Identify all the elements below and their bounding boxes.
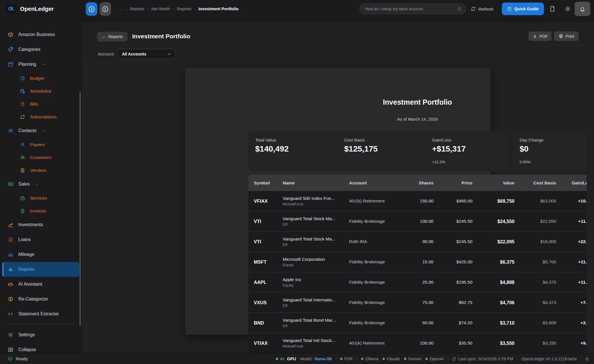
breadcrumb-item[interactable]: Net Worth xyxy=(151,7,170,11)
cell-cost-basis: $3,608 xyxy=(518,313,556,333)
stat-value: $125,175 xyxy=(344,144,378,154)
holding-name: Vanguard Total Intl Stock... xyxy=(283,338,350,343)
table-row: VXUSVanguard Total Internatio...EtfFidel… xyxy=(248,292,587,313)
breadcrumb-item[interactable]: Investment Portfolio xyxy=(198,7,238,11)
cell-name: Vanguard Total Intl Stock...MutualFund xyxy=(283,338,350,348)
cell-symbol: VTIAX xyxy=(254,333,281,353)
stat-label: Gain/Loss xyxy=(432,138,452,142)
sidebar-scrollbar[interactable] xyxy=(80,92,81,326)
ready-status: Ready xyxy=(8,353,28,364)
sidebar-item-label: Loans xyxy=(18,237,31,242)
cell-cost-basis: $22,050 xyxy=(518,211,556,231)
print-button[interactable]: Print xyxy=(554,31,579,41)
circle-arrow-right-icon xyxy=(102,5,109,13)
cell-cost-basis: $3,250 xyxy=(518,333,556,353)
sidebar-item-label: Customers xyxy=(30,155,52,160)
sidebar-item-label: Sales xyxy=(18,182,30,187)
sidebar-item-investments[interactable]: Investments xyxy=(0,217,82,232)
cell-value: $24,550 xyxy=(476,211,514,231)
history-back-button[interactable] xyxy=(86,2,97,16)
table-header: SymbolNameAccountSharesPriceValueCost Ba… xyxy=(248,175,587,191)
cell-shares: 90.00 xyxy=(393,232,433,252)
check-circle-icon xyxy=(8,356,13,361)
sidebar-item-invoices[interactable]: Invoices xyxy=(0,204,82,217)
global-search xyxy=(359,3,466,14)
loan-doc-icon xyxy=(8,237,13,242)
calendar-clock-icon xyxy=(20,89,25,94)
pdf-status: PDF xyxy=(340,357,353,361)
refresh-button[interactable]: Refresh xyxy=(471,0,494,18)
back-to-reports-button[interactable]: ← Reports xyxy=(97,32,128,41)
sidebar-item-settings[interactable]: Settings xyxy=(0,327,82,342)
user-icon xyxy=(20,142,25,147)
search-input[interactable] xyxy=(360,7,457,11)
day-change-card: Day Change $0 0.00% xyxy=(513,131,587,172)
sidebar-item-label: Planning xyxy=(18,62,36,67)
cell-symbol: VTI xyxy=(254,211,281,231)
sidebar-item-budget[interactable]: Budget xyxy=(0,72,82,85)
sidebar-item-sales[interactable]: Sales xyxy=(0,177,82,192)
sidebar-item-amazon-business[interactable]: Amazon Business xyxy=(0,27,82,42)
sidebar-item-label: Bills xyxy=(30,102,38,107)
sidebar-item-bills[interactable]: Bills xyxy=(0,98,82,110)
sidebar-item-payees[interactable]: Payees xyxy=(0,138,82,151)
sidebar-item-services[interactable]: Services xyxy=(0,192,82,204)
ready-label: Ready xyxy=(16,357,28,361)
breadcrumb-item[interactable]: … xyxy=(119,7,123,11)
pie-chart-icon xyxy=(20,76,25,81)
notifications-button[interactable] xyxy=(575,2,590,16)
account-select[interactable]: All Accounts xyxy=(118,49,176,59)
cell-value: $22,095 xyxy=(476,232,514,252)
brand-name: OpenLedger xyxy=(20,6,54,12)
report-content: Investment Portfolio As of March 14, 202… xyxy=(248,61,587,353)
chevron-up-icon xyxy=(41,62,45,66)
stat-label: Cost Basis xyxy=(344,138,365,142)
sidebar-item-mileage[interactable]: Mileage xyxy=(0,247,82,262)
cell-gain-loss: +2.8% xyxy=(559,313,587,333)
sidebar-item-planning[interactable]: Planning xyxy=(0,57,82,72)
sidebar-item-statement-extractor[interactable]: Statement Extractor xyxy=(0,307,82,321)
gear-icon xyxy=(8,332,13,338)
holding-type: MutualFund xyxy=(283,202,350,206)
invoice-icon xyxy=(20,208,25,214)
cell-value: $4,888 xyxy=(476,272,514,292)
sidebar-item-scheduled[interactable]: Scheduled xyxy=(0,85,82,98)
table-row: VTIAXVanguard Total Intl Stock...MutualF… xyxy=(248,333,587,353)
page-header: ← Reports Investment Portfolio PDF Print… xyxy=(82,22,594,61)
sidebar-item-subscriptions[interactable]: Subscriptions xyxy=(0,110,82,123)
calendar-icon xyxy=(8,61,13,67)
document-button[interactable] xyxy=(549,0,555,18)
cell-shares: 100.00 xyxy=(393,211,433,231)
refresh-label: Refresh xyxy=(478,7,494,11)
sidebar-item-ai-assistant[interactable]: AI Assistant xyxy=(0,277,82,292)
cell-gain-loss: +11.3% xyxy=(559,211,587,231)
back-label: Reports xyxy=(108,34,123,39)
theme-toggle-button[interactable] xyxy=(565,0,571,18)
sidebar-item-label: Invoices xyxy=(30,208,46,214)
sidebar-item-customers[interactable]: Customers xyxy=(0,151,82,164)
sidebar-item-contacts[interactable]: Contacts xyxy=(0,123,82,138)
sidebar-item-vendors[interactable]: Vendors xyxy=(0,164,82,177)
last-sync-status: Last sync: 3/14/2026 2:29 PM xyxy=(452,357,513,361)
report-as-of-date: As of March 14, 2026 xyxy=(248,117,587,122)
table-row: AAPLApple IncEquityFidelity Brokerage25.… xyxy=(248,272,587,292)
sidebar-item-loans[interactable]: Loans xyxy=(0,232,82,247)
breadcrumb: …›Reports›Net Worth›Reports›Investment P… xyxy=(119,0,239,18)
sidebar-item-label: Amazon Business xyxy=(18,32,55,37)
column-header-price: Price xyxy=(437,175,472,191)
sidebar-item-reports[interactable]: Reports xyxy=(2,262,79,277)
holding-type: Etf xyxy=(283,324,350,328)
arrow-left-icon: ← xyxy=(102,34,106,39)
sidebar-item-label: Investments xyxy=(18,222,43,227)
users-icon xyxy=(20,155,25,160)
breadcrumb-item[interactable]: Reports xyxy=(130,7,144,11)
sidebar-item-label: Collapse xyxy=(18,347,36,352)
breadcrumb-item[interactable]: Reports xyxy=(177,7,191,11)
export-pdf-button[interactable]: PDF xyxy=(528,31,552,41)
quick-guide-button[interactable]: Quick Guide xyxy=(502,3,544,15)
history-forward-button[interactable] xyxy=(100,2,111,16)
provider-status-gemini: Gemini xyxy=(404,357,421,361)
sidebar-item-re-categorize[interactable]: Re-Categorize xyxy=(0,292,82,307)
column-header-shares: Shares xyxy=(393,175,433,191)
sidebar-item-categories[interactable]: Categories xyxy=(0,42,82,57)
